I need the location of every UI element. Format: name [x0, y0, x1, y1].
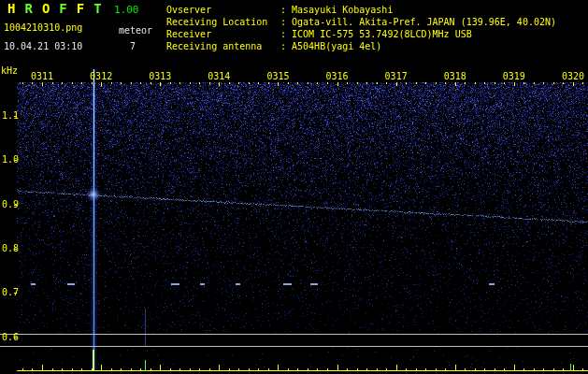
info-value: : A504HB(yagi 4el) [280, 41, 381, 51]
station-info: Ovserver: Masayuki KobayashiReceiving Lo… [166, 4, 556, 52]
info-value: : ICOM IC-575 53.7492(8LCD)MHz USB [280, 29, 472, 39]
time-tick-label: 0314 [208, 71, 230, 82]
freq-unit-label: kHz [1, 65, 18, 77]
app-title-letter: F [59, 1, 76, 16]
app-title-letter: R [24, 1, 41, 16]
version-label: 1.00 [114, 5, 139, 16]
spectrogram-canvas [0, 0, 588, 374]
freq-tick-label: 0.7 [2, 287, 19, 298]
info-label: Ovserver [166, 4, 280, 16]
time-tick-label: 0311 [31, 71, 53, 82]
freq-tick-label: 0.6 [2, 332, 19, 343]
app-title-letter: O [42, 1, 59, 16]
time-tick-label: 0319 [503, 71, 525, 82]
app-title: HROFFT [7, 3, 111, 14]
time-tick-label: 0313 [149, 71, 171, 82]
freq-tick-label: 0.9 [2, 199, 19, 210]
info-value: : Masayuki Kobayashi [280, 5, 393, 15]
info-value: : Ogata-vill. Akita-Pref. JAPAN (139.96E… [280, 17, 556, 27]
freq-tick-label: 1.0 [2, 154, 19, 165]
hrofft-window: HROFFT 1.00 1004210310.png meteor 10.04.… [0, 0, 588, 374]
time-tick-label: 0315 [266, 71, 289, 82]
freq-tick-label: 1.1 [2, 110, 19, 122]
station-info-row: Receiver: ICOM IC-575 53.7492(8LCD)MHz U… [166, 28, 556, 40]
filename-label: 1004210310.png [4, 22, 82, 34]
time-tick-label: 0312 [90, 71, 112, 82]
mode-label: meteor [119, 25, 152, 36]
app-title-letter: H [7, 1, 24, 16]
time-tick-label: 0316 [326, 71, 349, 82]
time-tick-label: 0317 [385, 71, 408, 82]
info-label: Receiving Location [166, 16, 280, 28]
station-info-row: Receiving Location: Ogata-vill. Akita-Pr… [166, 16, 556, 28]
time-tick-label: 0320 [562, 71, 584, 82]
echo-count: 7 [130, 41, 136, 52]
station-info-row: Ovserver: Masayuki Kobayashi [166, 4, 556, 16]
freq-tick-label: 0.8 [2, 243, 19, 254]
app-title-letter: F [77, 1, 93, 16]
time-tick-label: 0318 [444, 71, 466, 82]
app-title-letter: T [93, 1, 110, 16]
info-label: Receiver [166, 28, 280, 40]
datetime-label: 10.04.21 03:10 [4, 41, 82, 52]
info-label: Receiving antenna [166, 40, 280, 52]
station-info-row: Receiving antenna: A504HB(yagi 4el) [166, 40, 556, 52]
